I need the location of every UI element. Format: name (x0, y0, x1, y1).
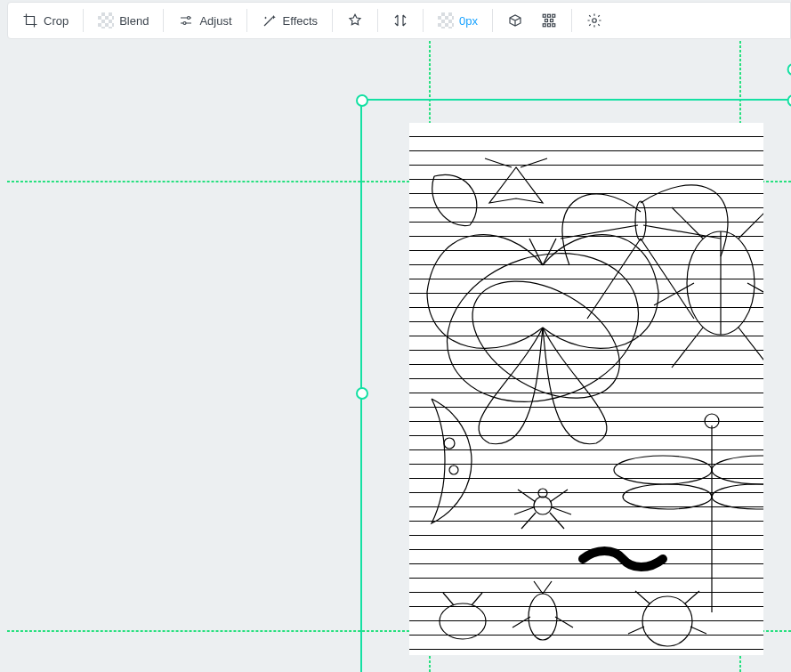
effects-label: Effects (283, 14, 319, 28)
effects-button[interactable]: Effects (254, 8, 326, 33)
star-icon (347, 12, 363, 28)
perspective-button[interactable] (500, 8, 530, 33)
transparency-icon (98, 12, 114, 28)
svg-rect-3 (548, 14, 551, 17)
svg-rect-6 (551, 20, 553, 22)
pixel-icon (541, 12, 557, 28)
gear-icon (586, 12, 602, 28)
settings-button[interactable] (579, 8, 609, 33)
svg-rect-9 (553, 24, 555, 27)
rotate-handle[interactable] (787, 63, 791, 76)
sliders-icon (178, 12, 194, 28)
crop-label: Crop (44, 14, 69, 28)
wand-icon (262, 12, 278, 28)
svg-point-10 (593, 19, 597, 23)
favorite-button[interactable] (340, 8, 370, 33)
separator (332, 9, 333, 32)
crop-icon (22, 12, 38, 28)
separator (246, 9, 247, 32)
cube-icon (507, 12, 523, 28)
separator (83, 9, 84, 32)
offset-value: 0px (459, 14, 478, 28)
selected-image[interactable] (409, 123, 763, 655)
offset-button[interactable]: 0px (431, 8, 485, 33)
separator (492, 9, 493, 32)
resize-handle-top-left[interactable] (356, 94, 368, 107)
svg-point-0 (188, 17, 190, 20)
svg-rect-5 (545, 20, 548, 22)
hatch-pattern (409, 123, 763, 655)
resize-handle-top-right[interactable] (787, 94, 791, 107)
svg-rect-7 (543, 24, 545, 27)
adjust-label: Adjust (199, 14, 231, 28)
adjust-button[interactable]: Adjust (171, 8, 238, 33)
resize-handle-mid-left[interactable] (356, 387, 368, 400)
flip-button[interactable] (385, 8, 416, 33)
toolbar: Crop Blend Adjust Effects 0px (7, 2, 791, 39)
separator (377, 9, 378, 32)
flip-icon (392, 12, 408, 28)
separator (423, 9, 424, 32)
crop-button[interactable]: Crop (15, 8, 76, 33)
svg-rect-4 (553, 14, 555, 17)
separator (571, 9, 572, 32)
transparency-icon (438, 12, 454, 28)
canvas-area[interactable] (7, 41, 791, 672)
svg-rect-8 (548, 24, 551, 27)
separator (163, 9, 164, 32)
blend-label: Blend (119, 14, 149, 28)
pixelate-button[interactable] (534, 8, 564, 33)
blend-button[interactable]: Blend (91, 8, 156, 33)
svg-point-1 (183, 22, 186, 25)
svg-rect-2 (543, 14, 545, 17)
